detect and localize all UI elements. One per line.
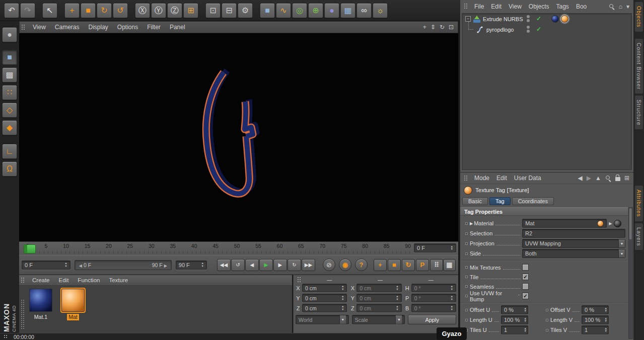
object-row-extrude-nurbs[interactable]: − Extrude NURBS ✓ xyxy=(462,14,631,24)
record-keyframe-button[interactable]: ◉ xyxy=(339,259,351,271)
redo-button[interactable]: ↷ xyxy=(20,3,35,18)
objects-menu-item[interactable]: Boo xyxy=(573,3,590,10)
drag-handle[interactable] xyxy=(4,334,8,339)
size-x-field[interactable]: 0 cm▲▼ xyxy=(356,284,401,292)
material-popup-icon[interactable]: ▶ xyxy=(609,221,612,226)
expander-icon[interactable]: − xyxy=(465,16,471,22)
scale-tool-button[interactable]: ■ xyxy=(81,3,96,18)
viewport-canvas[interactable] xyxy=(19,33,458,241)
spinner-field[interactable]: 0 % ▲▼ xyxy=(582,305,609,314)
texture-mode-button[interactable]: ▩ xyxy=(2,67,17,82)
lock-icon[interactable] xyxy=(615,177,620,181)
material-link-field[interactable]: Mat xyxy=(522,219,607,228)
enabled-check-icon[interactable]: ✓ xyxy=(536,15,541,22)
attributes-menu-item[interactable]: Mode xyxy=(471,175,493,182)
edges-mode-button[interactable]: ◇ xyxy=(2,103,17,118)
rotate-view-icon[interactable]: ↻ xyxy=(440,24,445,31)
enabled-check-icon[interactable]: ✓ xyxy=(536,26,541,33)
step-back-button[interactable]: ◀ xyxy=(245,259,259,271)
home-icon[interactable]: ⌂ xyxy=(619,3,622,10)
rotate-tool-button[interactable]: ↻ xyxy=(97,3,112,18)
current-frame-stepper[interactable]: ▲▼ xyxy=(63,262,67,268)
lock-y-button[interactable]: Ⓨ xyxy=(151,3,166,18)
model-mode-button[interactable]: ■ xyxy=(2,50,17,65)
spinner-field[interactable]: 100 % ▲▼ xyxy=(582,315,609,324)
attributes-scrollbar[interactable] xyxy=(628,207,633,339)
position-y-field[interactable]: 0 cm▲▼ xyxy=(302,294,347,302)
drag-handle[interactable] xyxy=(464,3,468,10)
anim-dot[interactable] xyxy=(465,319,468,321)
layout-panel-button[interactable]: ▦ xyxy=(443,259,456,271)
rotation-h-field[interactable]: 0 °▲▼ xyxy=(411,284,456,292)
add-camera-button[interactable]: ∞ xyxy=(356,3,372,18)
projection-dropdown[interactable]: UVW Mapping ▼ xyxy=(522,239,625,248)
step-forward-button[interactable]: ▶ xyxy=(273,259,287,271)
visibility-dots[interactable] xyxy=(527,26,530,33)
stepper[interactable]: ▲▼ xyxy=(603,317,607,323)
selection-field[interactable]: R2 xyxy=(522,229,625,238)
pan-view-icon[interactable]: + xyxy=(423,24,426,31)
viewport-menu-item[interactable]: Filter xyxy=(142,24,165,31)
drag-handle[interactable] xyxy=(21,24,26,31)
objects-menu-item[interactable]: Edit xyxy=(487,3,505,10)
section-header[interactable]: Tag Properties xyxy=(460,207,628,216)
rotation-p-field[interactable]: 0 °▲▼ xyxy=(411,294,456,302)
add-modeling-button[interactable]: ⊕ xyxy=(308,3,323,18)
range-right-arrow-icon[interactable]: ▶ xyxy=(164,264,167,268)
points-mode-button[interactable]: ∷ xyxy=(2,85,17,100)
visibility-dots[interactable] xyxy=(527,15,530,22)
material-menu-item[interactable]: Edit xyxy=(54,277,74,283)
tab-layers[interactable]: Layers xyxy=(635,223,643,250)
anim-dot[interactable] xyxy=(465,295,468,297)
snap-button[interactable]: Ω xyxy=(2,161,17,177)
position-z-field[interactable]: 0 cm▲▼ xyxy=(302,304,347,312)
make-editable-button[interactable]: ● xyxy=(2,27,17,42)
spinner-field[interactable]: 0 % ▲▼ xyxy=(501,305,528,314)
texture-tag-mat1[interactable] xyxy=(551,15,559,23)
objects-menu-item[interactable]: Tags xyxy=(553,3,573,10)
stepper[interactable]: ▲▼ xyxy=(603,327,607,333)
viewport-menu-item[interactable]: Panel xyxy=(165,24,190,31)
spinner-field[interactable]: 1 ▲▼ xyxy=(582,325,609,334)
add-nurbs-button[interactable]: ◎ xyxy=(292,3,307,18)
rotation-b-field[interactable]: 0 °▲▼ xyxy=(411,304,456,312)
play-backward-button[interactable]: ↺ xyxy=(231,259,245,271)
timeline-frame-field[interactable]: 0 F ▲▼ xyxy=(414,243,456,252)
add-spline-button[interactable]: ∿ xyxy=(276,3,291,18)
key-scale-button[interactable]: ■ xyxy=(388,259,401,271)
stepper[interactable]: ▲▼ xyxy=(523,327,527,333)
add-primitive-button[interactable]: ■ xyxy=(260,3,275,18)
attribute-tab[interactable]: Basic xyxy=(462,197,488,205)
key-position-button[interactable]: + xyxy=(374,259,387,271)
material-menu-item[interactable]: Function xyxy=(73,277,104,283)
coord-mode-dropdown[interactable]: World▼ xyxy=(296,315,349,324)
material-swatch[interactable]: Mat.1 xyxy=(27,289,54,333)
viewport-menu-item[interactable]: Cameras xyxy=(50,24,84,31)
stepper[interactable]: ▲▼ xyxy=(603,307,607,313)
lock-z-button[interactable]: Ⓩ xyxy=(167,3,182,18)
tab-content-browser[interactable]: Content Browser xyxy=(635,39,643,94)
viewport-menu-item[interactable]: Options xyxy=(113,24,142,31)
expand-arrow-icon[interactable]: ▶ xyxy=(470,221,473,226)
anim-dot[interactable] xyxy=(465,285,468,288)
play-button[interactable]: ▶ xyxy=(259,259,273,271)
key-parameter-button[interactable]: P xyxy=(416,259,429,271)
stepper[interactable]: ▲▼ xyxy=(523,307,527,313)
undo-button[interactable]: ↶ xyxy=(4,3,19,18)
material-menu-item[interactable]: Texture xyxy=(104,277,132,283)
anim-dot[interactable] xyxy=(465,266,468,269)
drag-handle[interactable] xyxy=(464,175,468,182)
objects-menu-item[interactable]: Objects xyxy=(525,3,553,10)
new-panel-icon[interactable]: ⊞ xyxy=(624,175,629,182)
position-x-field[interactable]: 0 cm▲▼ xyxy=(302,284,347,292)
dolly-view-icon[interactable]: ⇕ xyxy=(431,24,436,31)
attributes-menu-item[interactable]: Edit xyxy=(493,175,511,182)
coord-size-dropdown[interactable]: Scale▼ xyxy=(352,315,405,324)
object-row-pyropdlogo[interactable]: pyropdlogo ✓ xyxy=(462,24,631,35)
viewport-menu-item[interactable]: Display xyxy=(84,24,112,31)
play-loop-button[interactable]: ↻ xyxy=(288,259,301,271)
render-view-button[interactable]: ⊡ xyxy=(205,3,221,18)
goto-end-button[interactable]: ▶▶ xyxy=(302,259,315,271)
anim-dot[interactable] xyxy=(465,309,468,311)
timeline-ruler[interactable]: 0 5 10 15 20 25 30 35 40 45 50 55 xyxy=(19,241,458,255)
